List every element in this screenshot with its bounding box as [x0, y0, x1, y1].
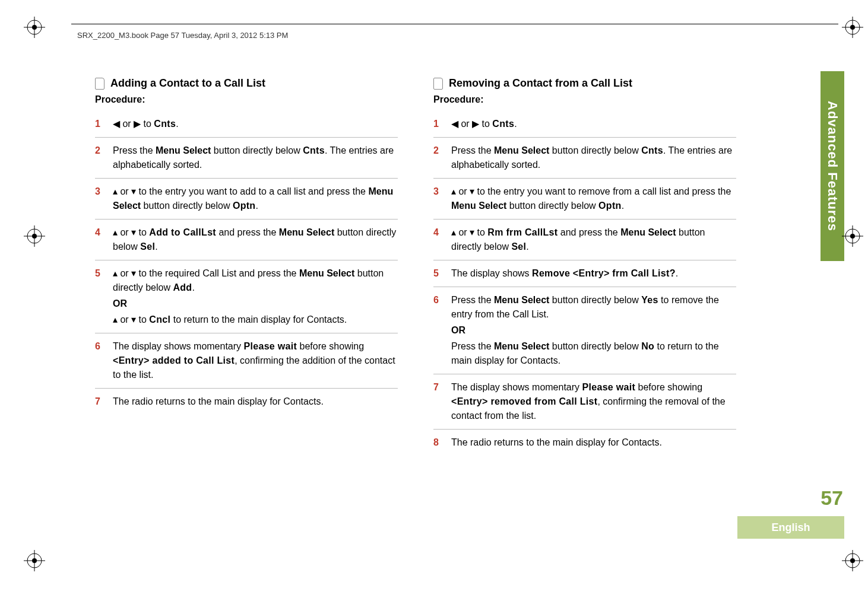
step-7: 7 The radio returns to the main display … [95, 389, 398, 415]
left-column: Adding a Contact to a Call List Procedur… [95, 77, 398, 456]
up-arrow-icon: ▴ [451, 186, 456, 196]
step-6: 6 The display shows momentary Please wai… [95, 333, 398, 389]
header-text: SRX_2200_M3.book Page 57 Tuesday, April … [77, 31, 288, 40]
t: Press the [113, 145, 156, 155]
t: . [255, 201, 258, 211]
step-2: 2 Press the Menu Select button directly … [95, 138, 398, 179]
ui-add: Add [173, 282, 192, 292]
menu-select: Menu Select [299, 268, 354, 278]
t: button directly below [549, 341, 641, 351]
right-title: Removing a Contact from a Call List [449, 77, 632, 90]
step-body: The radio returns to the main display fo… [113, 395, 398, 409]
t: button directly below [211, 145, 303, 155]
ui-remove-q: Remove <Entry> frm Call List? [532, 268, 676, 278]
t: to [136, 314, 149, 325]
step-body: Press the Menu Select button directly be… [451, 293, 736, 368]
step-num: 1 [433, 117, 442, 131]
t: to the entry you want to add to a call l… [136, 186, 368, 196]
down-arrow-icon: ▾ [470, 227, 474, 237]
right-arrow-icon: ▶ [134, 119, 141, 129]
step-body: ◀ or ▶ to Cnts. [451, 117, 736, 131]
step-num: 7 [95, 395, 103, 409]
step-num: 2 [95, 144, 103, 172]
up-arrow-icon: ▴ [113, 268, 118, 278]
registration-mark-icon [24, 225, 45, 247]
step-num: 8 [433, 435, 442, 450]
step-num: 7 [433, 380, 442, 423]
t: or [456, 186, 470, 196]
registration-mark-icon [24, 550, 45, 571]
ui-cnts: Cnts [154, 119, 176, 129]
menu-select: Menu Select [451, 201, 506, 211]
page-number: 57 [821, 486, 843, 510]
t: The display shows [451, 268, 532, 278]
t: Press the [451, 295, 494, 305]
menu-select: Menu Select [279, 227, 334, 237]
step-3: 3 ▴ or ▾ to the entry you want to remove… [433, 179, 736, 220]
ui-cnts: Cnts [492, 119, 514, 129]
t: before showing [297, 341, 364, 351]
menu-select: Menu Select [494, 341, 549, 351]
right-arrow-icon: ▶ [472, 119, 479, 129]
t: . [192, 282, 194, 292]
t: The display shows momentary [113, 341, 244, 351]
t: . [514, 119, 517, 129]
t: or [458, 119, 472, 129]
t: or [118, 227, 131, 237]
t: button directly below [141, 201, 233, 211]
step-num: 1 [95, 117, 103, 131]
t: to return to the main display for Contac… [170, 314, 347, 325]
down-arrow-icon: ▾ [131, 314, 136, 325]
down-arrow-icon: ▾ [131, 268, 136, 278]
ui-entry-added: <Entry> added to Call List [113, 355, 235, 365]
step-body: ▴ or ▾ to Add to CallLst and press the M… [113, 225, 398, 254]
t: or [456, 227, 470, 237]
step-num: 6 [433, 293, 442, 368]
step-6: 6 Press the Menu Select button directly … [433, 287, 736, 374]
t: . [155, 241, 157, 252]
ui-yes: Yes [641, 295, 658, 305]
t: . [176, 119, 178, 129]
registration-mark-icon [842, 17, 863, 38]
down-arrow-icon: ▾ [470, 186, 474, 196]
t: button directly below [506, 201, 598, 211]
t: The display shows momentary [451, 382, 582, 392]
up-arrow-icon: ▴ [113, 227, 118, 237]
step-num: 5 [95, 266, 103, 327]
step-body: The radio returns to the main display fo… [451, 435, 736, 450]
t: to [474, 227, 487, 237]
t: or [118, 268, 131, 278]
ui-optn: Optn [598, 201, 622, 211]
step-4: 4 ▴ or ▾ to Add to CallLst and press the… [95, 220, 398, 260]
step-body: The display shows momentary Please wait … [113, 339, 398, 382]
menu-select: Menu Select [494, 145, 549, 155]
note-icon [95, 78, 104, 90]
step-body: The display shows Remove <Entry> frm Cal… [451, 266, 736, 281]
language-bar: English [737, 516, 844, 539]
procedure-label: Procedure: [433, 94, 736, 105]
right-title-row: Removing a Contact from a Call List [433, 77, 736, 90]
step-3: 3 ▴ or ▾ to the entry you want to add to… [95, 179, 398, 220]
registration-mark-icon [24, 17, 45, 38]
registration-mark-icon [842, 225, 863, 247]
step-body: Press the Menu Select button directly be… [451, 144, 736, 172]
header-rule [71, 24, 838, 24]
ui-rmfrmcalllst: Rm frm CallLst [487, 227, 557, 237]
step-5: 5 The display shows Remove <Entry> frm C… [433, 260, 736, 287]
or-label: OR [451, 323, 736, 338]
procedure-label: Procedure: [95, 94, 398, 105]
step-2: 2 Press the Menu Select button directly … [433, 138, 736, 179]
step-body: ▴ or ▾ to Rm frm CallLst and press the M… [451, 225, 736, 254]
step-body: Press the Menu Select button directly be… [113, 144, 398, 172]
step-num: 5 [433, 266, 442, 281]
language-text: English [771, 521, 810, 534]
right-column: Removing a Contact from a Call List Proc… [433, 77, 736, 456]
t: Press the [451, 341, 494, 351]
content: Adding a Contact to a Call List Procedur… [95, 77, 736, 456]
step-num: 2 [433, 144, 442, 172]
ui-no: No [641, 341, 654, 351]
step-body: The display shows momentary Please wait … [451, 380, 736, 423]
step-1: 1 ◀ or ▶ to Cnts. [95, 111, 398, 138]
t: to the required Call List and press the [136, 268, 299, 278]
up-arrow-icon: ▴ [113, 186, 118, 196]
